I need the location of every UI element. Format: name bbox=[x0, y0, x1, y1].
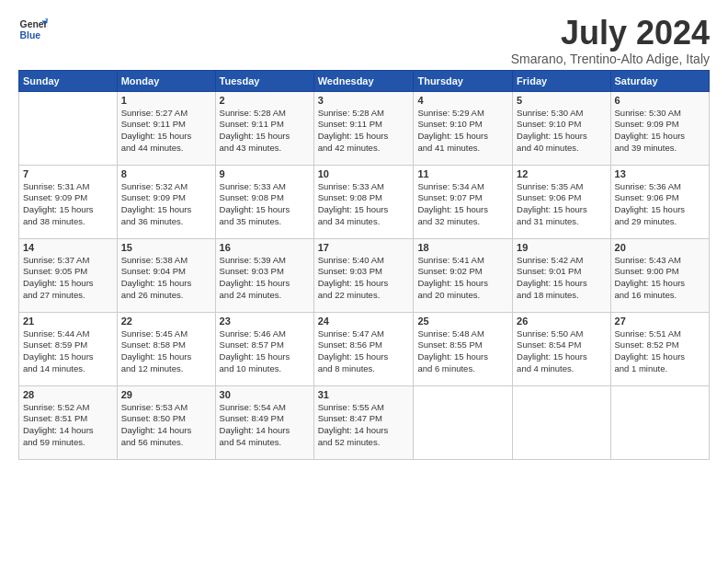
day-number: 18 bbox=[417, 242, 508, 253]
day-number: 17 bbox=[318, 242, 410, 253]
calendar-cell bbox=[19, 91, 118, 165]
day-number: 15 bbox=[121, 242, 211, 253]
calendar-cell: 7Sunrise: 5:31 AM Sunset: 9:09 PM Daylig… bbox=[19, 165, 118, 238]
day-number: 10 bbox=[318, 168, 410, 179]
title-block: July 2024 Smarano, Trentino-Alto Adige, … bbox=[511, 15, 710, 66]
calendar-cell: 3Sunrise: 5:28 AM Sunset: 9:11 PM Daylig… bbox=[313, 91, 414, 165]
calendar-cell: 14Sunrise: 5:37 AM Sunset: 9:05 PM Dayli… bbox=[19, 238, 118, 312]
calendar-cell: 24Sunrise: 5:47 AM Sunset: 8:56 PM Dayli… bbox=[313, 312, 414, 385]
logo: General Blue bbox=[18, 15, 48, 44]
header: General Blue July 2024 Smarano, Trentino… bbox=[18, 15, 710, 66]
calendar-cell: 31Sunrise: 5:55 AM Sunset: 8:47 PM Dayli… bbox=[313, 385, 414, 459]
day-number: 9 bbox=[220, 168, 310, 179]
calendar-cell: 22Sunrise: 5:45 AM Sunset: 8:58 PM Dayli… bbox=[117, 312, 215, 385]
header-friday: Friday bbox=[513, 70, 610, 91]
day-number: 22 bbox=[121, 316, 211, 327]
calendar-cell bbox=[414, 385, 513, 459]
day-info: Sunrise: 5:27 AM Sunset: 9:11 PM Dayligh… bbox=[121, 108, 211, 155]
day-number: 30 bbox=[220, 389, 310, 400]
header-saturday: Saturday bbox=[610, 70, 709, 91]
calendar-cell: 12Sunrise: 5:35 AM Sunset: 9:06 PM Dayli… bbox=[513, 165, 610, 238]
day-info: Sunrise: 5:34 AM Sunset: 9:07 PM Dayligh… bbox=[417, 181, 508, 228]
header-thursday: Thursday bbox=[414, 70, 513, 91]
day-info: Sunrise: 5:50 AM Sunset: 8:54 PM Dayligh… bbox=[517, 328, 606, 375]
day-info: Sunrise: 5:33 AM Sunset: 9:08 PM Dayligh… bbox=[220, 181, 310, 228]
week-row-5: 28Sunrise: 5:52 AM Sunset: 8:51 PM Dayli… bbox=[19, 385, 710, 459]
day-number: 6 bbox=[615, 95, 705, 106]
day-info: Sunrise: 5:43 AM Sunset: 9:00 PM Dayligh… bbox=[615, 255, 705, 302]
header-monday: Monday bbox=[117, 70, 215, 91]
calendar-cell: 5Sunrise: 5:30 AM Sunset: 9:10 PM Daylig… bbox=[513, 91, 610, 165]
month-title: July 2024 bbox=[511, 15, 710, 52]
calendar-cell: 6Sunrise: 5:30 AM Sunset: 9:09 PM Daylig… bbox=[610, 91, 709, 165]
day-info: Sunrise: 5:32 AM Sunset: 9:09 PM Dayligh… bbox=[121, 181, 211, 228]
day-number: 12 bbox=[517, 168, 606, 179]
calendar-cell: 20Sunrise: 5:43 AM Sunset: 9:00 PM Dayli… bbox=[610, 238, 709, 312]
day-number: 29 bbox=[121, 389, 211, 400]
day-number: 24 bbox=[318, 316, 410, 327]
day-info: Sunrise: 5:37 AM Sunset: 9:05 PM Dayligh… bbox=[23, 255, 113, 302]
day-number: 4 bbox=[417, 95, 508, 106]
day-number: 19 bbox=[517, 242, 606, 253]
day-info: Sunrise: 5:54 AM Sunset: 8:49 PM Dayligh… bbox=[220, 402, 310, 449]
day-number: 25 bbox=[417, 316, 508, 327]
day-info: Sunrise: 5:45 AM Sunset: 8:58 PM Dayligh… bbox=[121, 328, 211, 375]
week-row-1: 1Sunrise: 5:27 AM Sunset: 9:11 PM Daylig… bbox=[19, 91, 710, 165]
calendar-cell: 19Sunrise: 5:42 AM Sunset: 9:01 PM Dayli… bbox=[513, 238, 610, 312]
calendar-cell: 29Sunrise: 5:53 AM Sunset: 8:50 PM Dayli… bbox=[117, 385, 215, 459]
svg-text:Blue: Blue bbox=[20, 30, 41, 40]
days-header-row: Sunday Monday Tuesday Wednesday Thursday… bbox=[19, 70, 710, 91]
calendar-cell: 25Sunrise: 5:48 AM Sunset: 8:55 PM Dayli… bbox=[414, 312, 513, 385]
day-number: 13 bbox=[615, 168, 705, 179]
day-number: 27 bbox=[615, 316, 705, 327]
day-info: Sunrise: 5:36 AM Sunset: 9:06 PM Dayligh… bbox=[615, 181, 705, 228]
header-wednesday: Wednesday bbox=[313, 70, 414, 91]
day-info: Sunrise: 5:29 AM Sunset: 9:10 PM Dayligh… bbox=[417, 108, 508, 155]
week-row-3: 14Sunrise: 5:37 AM Sunset: 9:05 PM Dayli… bbox=[19, 238, 710, 312]
calendar-cell: 8Sunrise: 5:32 AM Sunset: 9:09 PM Daylig… bbox=[117, 165, 215, 238]
day-number: 2 bbox=[220, 95, 310, 106]
day-info: Sunrise: 5:48 AM Sunset: 8:55 PM Dayligh… bbox=[417, 328, 508, 375]
header-tuesday: Tuesday bbox=[215, 70, 313, 91]
day-info: Sunrise: 5:28 AM Sunset: 9:11 PM Dayligh… bbox=[220, 108, 310, 155]
calendar-cell: 16Sunrise: 5:39 AM Sunset: 9:03 PM Dayli… bbox=[215, 238, 313, 312]
week-row-2: 7Sunrise: 5:31 AM Sunset: 9:09 PM Daylig… bbox=[19, 165, 710, 238]
page-container: General Blue July 2024 Smarano, Trentino… bbox=[0, 0, 728, 469]
day-info: Sunrise: 5:33 AM Sunset: 9:08 PM Dayligh… bbox=[318, 181, 410, 228]
day-number: 14 bbox=[23, 242, 113, 253]
day-number: 21 bbox=[23, 316, 113, 327]
day-info: Sunrise: 5:51 AM Sunset: 8:52 PM Dayligh… bbox=[615, 328, 705, 375]
calendar-table: Sunday Monday Tuesday Wednesday Thursday… bbox=[18, 70, 710, 460]
day-info: Sunrise: 5:30 AM Sunset: 9:09 PM Dayligh… bbox=[615, 108, 705, 155]
calendar-cell: 27Sunrise: 5:51 AM Sunset: 8:52 PM Dayli… bbox=[610, 312, 709, 385]
day-info: Sunrise: 5:38 AM Sunset: 9:04 PM Dayligh… bbox=[121, 255, 211, 302]
day-info: Sunrise: 5:46 AM Sunset: 8:57 PM Dayligh… bbox=[220, 328, 310, 375]
day-number: 1 bbox=[121, 95, 211, 106]
calendar-cell: 15Sunrise: 5:38 AM Sunset: 9:04 PM Dayli… bbox=[117, 238, 215, 312]
calendar-cell: 2Sunrise: 5:28 AM Sunset: 9:11 PM Daylig… bbox=[215, 91, 313, 165]
calendar-cell: 23Sunrise: 5:46 AM Sunset: 8:57 PM Dayli… bbox=[215, 312, 313, 385]
day-number: 16 bbox=[220, 242, 310, 253]
day-info: Sunrise: 5:41 AM Sunset: 9:02 PM Dayligh… bbox=[417, 255, 508, 302]
calendar-cell: 9Sunrise: 5:33 AM Sunset: 9:08 PM Daylig… bbox=[215, 165, 313, 238]
day-info: Sunrise: 5:52 AM Sunset: 8:51 PM Dayligh… bbox=[23, 402, 113, 449]
week-row-4: 21Sunrise: 5:44 AM Sunset: 8:59 PM Dayli… bbox=[19, 312, 710, 385]
calendar-cell: 26Sunrise: 5:50 AM Sunset: 8:54 PM Dayli… bbox=[513, 312, 610, 385]
day-info: Sunrise: 5:44 AM Sunset: 8:59 PM Dayligh… bbox=[23, 328, 113, 375]
day-number: 31 bbox=[318, 389, 410, 400]
day-number: 11 bbox=[417, 168, 508, 179]
day-info: Sunrise: 5:55 AM Sunset: 8:47 PM Dayligh… bbox=[318, 402, 410, 449]
day-number: 20 bbox=[615, 242, 705, 253]
calendar-cell: 13Sunrise: 5:36 AM Sunset: 9:06 PM Dayli… bbox=[610, 165, 709, 238]
day-number: 28 bbox=[23, 389, 113, 400]
day-info: Sunrise: 5:31 AM Sunset: 9:09 PM Dayligh… bbox=[23, 181, 113, 228]
day-info: Sunrise: 5:47 AM Sunset: 8:56 PM Dayligh… bbox=[318, 328, 410, 375]
calendar-cell: 1Sunrise: 5:27 AM Sunset: 9:11 PM Daylig… bbox=[117, 91, 215, 165]
day-number: 26 bbox=[517, 316, 606, 327]
calendar-cell: 21Sunrise: 5:44 AM Sunset: 8:59 PM Dayli… bbox=[19, 312, 118, 385]
day-number: 5 bbox=[517, 95, 606, 106]
logo-icon: General Blue bbox=[18, 15, 48, 44]
header-sunday: Sunday bbox=[19, 70, 118, 91]
day-number: 7 bbox=[23, 168, 113, 179]
day-info: Sunrise: 5:39 AM Sunset: 9:03 PM Dayligh… bbox=[220, 255, 310, 302]
